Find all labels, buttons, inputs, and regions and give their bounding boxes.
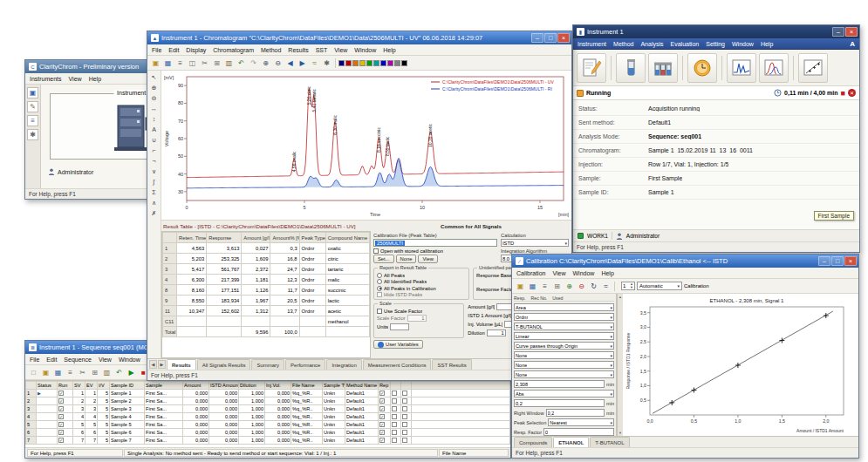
recalibrate-icon[interactable]: ↻ (588, 281, 599, 292)
scale-factor-input[interactable]: 1 (407, 315, 427, 322)
split-peak-icon[interactable]: ∧ (149, 198, 160, 207)
result-row[interactable]: 98,550183,9341,96720,5Ordnrlactic (163, 296, 370, 306)
overlay-color-2-swatch[interactable] (345, 60, 352, 66)
open-chromatogram-icon[interactable]: ▣ (150, 58, 161, 69)
result-row[interactable]: 35,417561,7672,37224,7Ordnrtartaric (163, 264, 370, 275)
menu-item-window[interactable]: Window (119, 357, 140, 363)
overlay-color-8-swatch[interactable] (387, 60, 393, 66)
overlay-color-3-swatch[interactable] (352, 60, 359, 66)
chromatogram-plot[interactable]: 30405060708090051015[mV]VoltageTime[min]… (162, 71, 571, 218)
run-sequence-icon[interactable]: ▶ (126, 367, 137, 378)
cut-icon[interactable]: ✂ (77, 367, 88, 378)
sequence-icon[interactable] (648, 53, 678, 83)
tab-integration[interactable]: Integration (326, 359, 361, 370)
overlay-icon[interactable]: ≈ (309, 58, 320, 69)
close-button[interactable]: × (557, 33, 570, 43)
menu-item-chromatogram[interactable]: Chromatogram (213, 47, 254, 53)
result-row[interactable]: C11methanol (163, 316, 370, 327)
option-checkbox[interactable] (391, 421, 401, 429)
menu-item-help[interactable]: Help (383, 47, 395, 53)
all-peaks-radio[interactable] (377, 273, 382, 278)
sequences-icon[interactable]: ≡ (27, 115, 38, 126)
close-button[interactable]: × (845, 27, 858, 37)
overlay-color-9-swatch[interactable] (394, 60, 400, 66)
close-button[interactable]: × (844, 256, 857, 266)
2-308-field[interactable]: 2,308 (514, 380, 605, 388)
run-checkbox[interactable] (58, 405, 73, 413)
overlay-color-5-swatch[interactable] (366, 60, 372, 66)
menu-item-display[interactable]: Display (186, 47, 206, 53)
all-identified-peaks-radio[interactable] (377, 279, 382, 284)
tab-t-butanol[interactable]: T-BUTANOL (590, 437, 629, 447)
none-field[interactable]: None▾ (514, 351, 614, 359)
settings-icon[interactable]: ✱ (27, 129, 38, 140)
calibration-mode-select[interactable]: Automatic▾ (637, 282, 682, 290)
menu-item-method[interactable]: Method (261, 47, 281, 53)
overlay-color-1-swatch[interactable] (338, 60, 345, 66)
option-checkbox[interactable] (391, 429, 401, 437)
methods-icon[interactable]: ✎ (27, 101, 38, 112)
chromatogram-titlebar[interactable]: ▲ Instrument 1 - Chromatogram "C:\Clarit… (147, 31, 571, 44)
tab-performance[interactable]: Performance (285, 359, 325, 370)
report-checkbox[interactable] (379, 437, 391, 445)
sequence-row[interactable]: 7775Sample 7First Sa...0,0000,0001,0000,… (26, 437, 510, 445)
sequence-row[interactable]: 6665Sample 6First Sa...0,0000,0001,0000,… (26, 429, 510, 437)
calibration-icon[interactable] (798, 53, 828, 83)
redo-icon[interactable]: ↷ (248, 58, 259, 69)
result-row[interactable]: 25,203253,3251,60916,8Ordnrcitric (163, 254, 370, 264)
run-checkbox[interactable] (58, 390, 73, 397)
run-checkbox[interactable] (58, 421, 73, 429)
curve-icon[interactable]: ≈ (600, 281, 612, 292)
sequence-row[interactable]: 3335Sample 3First Sa...0,0000,0001,0000,… (26, 405, 510, 413)
integration-icon[interactable]: ∫ (149, 177, 160, 187)
report-checkbox[interactable] (379, 429, 391, 437)
instruments-icon[interactable]: ▣ (27, 87, 38, 99)
menu-item-window[interactable]: Window (354, 47, 376, 53)
menu-item-window[interactable]: Window (573, 270, 595, 276)
resp-factor-field[interactable]: 0 (543, 428, 614, 436)
work-area-label[interactable]: WORK1 (587, 233, 608, 239)
remove-standard-icon[interactable]: ⊖ (576, 281, 587, 292)
user-variables-button[interactable]: User Variables (373, 340, 423, 349)
open-calibration-icon[interactable]: ▣ (515, 281, 526, 292)
option-checkbox[interactable] (401, 397, 412, 405)
copy-icon[interactable]: ⊞ (211, 58, 222, 69)
menu-item-view[interactable]: View (552, 270, 565, 276)
set-calibration-button[interactable]: Set... (373, 255, 394, 263)
tab-results[interactable]: Results (167, 359, 196, 370)
option-checkbox[interactable] (401, 413, 412, 421)
unzoom-icon[interactable]: ⊖ (149, 93, 160, 103)
menu-item-window[interactable]: Window (732, 41, 754, 47)
cut-icon[interactable]: ✂ (199, 58, 210, 69)
ordnr-field[interactable]: Ordnr▾ (514, 313, 614, 321)
compound-number-spinner[interactable]: 1▲▼ (621, 282, 635, 290)
new-sequence-icon[interactable]: □ (28, 367, 39, 378)
menu-item-view[interactable]: View (99, 357, 112, 363)
vertical-scrollbar[interactable]: ▲▼ (617, 294, 623, 436)
data-acquisition-icon[interactable] (727, 53, 756, 83)
paste-icon[interactable]: ▥ (223, 58, 235, 69)
option-checkbox[interactable] (391, 390, 401, 397)
tab-scroll-left-icon[interactable]: ◀ (149, 360, 157, 369)
menu-item-view[interactable]: View (334, 47, 347, 53)
maximize-button[interactable]: □ (544, 33, 557, 43)
menu-item-edit[interactable]: Edit (168, 47, 179, 53)
single-analysis-icon[interactable] (616, 53, 646, 83)
copy-icon[interactable]: ⊞ (89, 367, 100, 378)
overlay-color-7-swatch[interactable] (380, 60, 386, 66)
none-calibration-button[interactable]: None (396, 255, 417, 263)
undo-icon[interactable]: ↶ (236, 58, 247, 69)
calculation-select[interactable]: ISTD▾ (501, 239, 569, 247)
zoom-in-icon[interactable]: ⊕ (260, 58, 271, 69)
paste-icon[interactable]: ▥ (101, 367, 113, 378)
run-checkbox[interactable] (58, 413, 73, 421)
option-checkbox[interactable] (401, 421, 412, 429)
area-field[interactable]: Area▾ (514, 303, 614, 311)
save-icon[interactable]: ▦ (162, 58, 174, 69)
result-row[interactable]: 88,160177,1511,12611,7Ordnrsuccinic (163, 285, 370, 296)
menu-item-help[interactable]: Help (601, 270, 613, 276)
option-checkbox[interactable] (391, 437, 401, 445)
device-monitor-icon[interactable] (687, 53, 717, 83)
tab-measurement-conditions[interactable]: Measurement Conditions (363, 359, 432, 370)
menu-item-setting[interactable]: Setting (706, 41, 725, 47)
